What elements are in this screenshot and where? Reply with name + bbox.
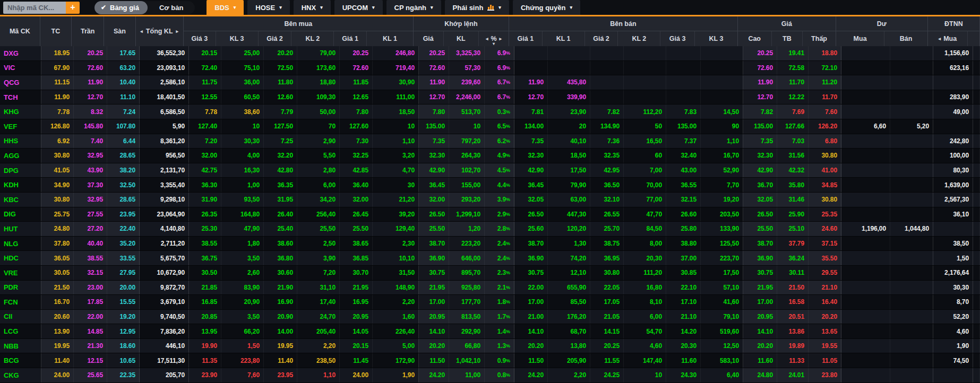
table-row[interactable]: DXG18.9520.2517.6536,552,3020.1525,0020.… xyxy=(0,46,980,61)
cell-mua-gia3: 7.78 xyxy=(189,105,221,119)
table-row[interactable]: KBC30.8032.9528.659,298,1031.9093,5031.9… xyxy=(0,193,980,207)
table-row[interactable]: FCN16.7017.8515.553,679,1016.8520,9016.9… xyxy=(0,295,980,310)
table-row[interactable]: HHS6.927.406.448,361,207.2030,307.252,90… xyxy=(0,134,980,149)
column-header-ban-kl2[interactable]: KL 2 xyxy=(618,31,660,46)
tab-label: Chứng quyền xyxy=(521,4,566,12)
column-header-ban-kl3[interactable]: KL 3 xyxy=(695,31,737,46)
table-row[interactable]: VRE30.0532.1527.9510,672,9030.502,6030.6… xyxy=(0,266,980,281)
symbol-cell[interactable]: TCH xyxy=(0,90,41,105)
cell-tc: 24.80 xyxy=(41,222,74,236)
tab-hnx[interactable]: HNX▾ xyxy=(294,0,331,15)
column-header-tong-kl[interactable]: ◂Tổng KL▸ xyxy=(136,16,184,46)
table-row[interactable]: VEF126.80145.80107.805,90127.4010127.507… xyxy=(0,119,980,134)
table-row[interactable]: PDR21.5023.0020.009,872,7021.8583,9021.9… xyxy=(0,281,980,295)
symbol-cell[interactable]: DXG xyxy=(0,46,41,60)
symbol-cell[interactable]: VIC xyxy=(0,61,41,75)
column-header-gia-thap[interactable]: Thấp xyxy=(803,31,836,46)
symbol-cell[interactable]: VRE xyxy=(0,266,41,280)
column-header-mua-gia1[interactable]: Giá 1 xyxy=(334,31,367,46)
table-row[interactable]: BCG11.4012.1510.6517,511,3011.35223,8011… xyxy=(0,353,980,368)
column-header-tc[interactable]: TC xyxy=(40,16,72,46)
column-header-ban-gia3[interactable]: Giá 3 xyxy=(660,31,695,46)
table-row[interactable]: QCG11.1511.9010.402,586,1011.7536,0011.8… xyxy=(0,75,980,90)
symbol-cell[interactable]: PDR xyxy=(0,281,41,295)
column-header-ban-kl1[interactable]: KL 1 xyxy=(543,31,585,46)
table-row[interactable]: NBB19.9521.3018.60446,1019.901,5019.952,… xyxy=(0,339,980,354)
add-symbol-button[interactable]: + xyxy=(66,2,80,14)
symbol-cell[interactable]: HDC xyxy=(0,251,41,265)
table-row[interactable]: CKG24.0025.6522.35205,7023.907,6023.951,… xyxy=(0,368,980,383)
symbol-cell[interactable]: LCG xyxy=(0,324,41,338)
symbol-cell[interactable]: CKG xyxy=(0,368,41,382)
table-row[interactable]: HUT24.8027.2022.404,140,8025.3047,9025.4… xyxy=(0,222,980,237)
column-header-gia-cao[interactable]: Cao xyxy=(738,31,772,46)
cell-ban-kl1: 63,00 xyxy=(548,193,590,207)
col-next-icon[interactable]: ▸ xyxy=(176,29,179,34)
table-row[interactable]: DIG25.7527.5523.9523,064,9026.35164,8026… xyxy=(0,207,980,222)
table-row[interactable]: HDC36.0538.5533.555,675,7036.753,5036.80… xyxy=(0,251,980,266)
table-row[interactable]: AGG30.8032.9528.65956,5032.004,0032.205,… xyxy=(0,149,980,163)
tab-phái-sinh[interactable]: Phái sinh▾ xyxy=(445,0,509,15)
column-header-mua-kl3[interactable]: KL 3 xyxy=(216,31,259,46)
column-header-khop-kl[interactable]: KL xyxy=(444,31,479,46)
column-header-du-mua[interactable]: Mua xyxy=(836,31,884,46)
symbol-cell[interactable]: NLG xyxy=(0,237,41,251)
symbol-cell[interactable]: HUT xyxy=(0,222,41,236)
symbol-cell[interactable]: AGG xyxy=(0,149,41,163)
tab-co-ban[interactable]: Cơ bản xyxy=(148,4,195,12)
symbol-cell[interactable]: KHG xyxy=(0,105,41,119)
column-header-tran[interactable]: Trần xyxy=(72,16,104,46)
tab-bang-gia[interactable]: ✔ Bảng giá xyxy=(94,1,148,14)
symbol-cell[interactable]: KBC xyxy=(0,193,41,207)
table-row[interactable]: TCH11.9012.7011.1018,401,5012.5560,5012.… xyxy=(0,90,980,105)
symbol-cell[interactable]: HHS xyxy=(0,134,41,149)
table-row[interactable]: KDH34.9037.3032.503,355,4036.301,0036.35… xyxy=(0,178,980,193)
column-header-dtnn-ban-cut[interactable] xyxy=(968,31,975,46)
cell-ban-gia3: 20.30 xyxy=(666,339,701,353)
col-prev-icon[interactable]: ◂ xyxy=(140,29,143,34)
cell-mua-kl2: 3,90 xyxy=(297,251,340,265)
symbol-cell[interactable]: VEF xyxy=(0,119,41,134)
symbol-cell[interactable]: DIG xyxy=(0,207,41,222)
column-header-khop-pct[interactable]: ◂%▸▾ xyxy=(479,31,509,46)
table-row[interactable]: VIC67.9072.6063.2023,093,1072.4075,1072.… xyxy=(0,61,980,76)
symbol-cell[interactable]: KDH xyxy=(0,178,41,192)
column-header-khop-gia[interactable]: Giá xyxy=(414,31,444,46)
tab-hose[interactable]: HOSE▾ xyxy=(247,0,289,15)
cell-mua-kl2: 7,20 xyxy=(297,266,340,280)
symbol-cell[interactable]: BCG xyxy=(0,353,41,368)
tab-bds[interactable]: BDS▾ xyxy=(207,0,244,15)
cell-dtnn-ban-cut xyxy=(973,193,980,207)
tab-chứng-quyền[interactable]: Chứng quyền▾ xyxy=(513,0,580,15)
column-header-mua-kl2[interactable]: KL 2 xyxy=(291,31,334,46)
symbol-cell[interactable]: DPG xyxy=(0,163,41,178)
column-header-ban-gia2[interactable]: Giá 2 xyxy=(585,31,618,46)
column-header-mua-kl1[interactable]: KL 1 xyxy=(367,31,413,46)
col-prev-icon[interactable]: ◂ xyxy=(486,36,488,41)
symbol-cell[interactable]: NBB xyxy=(0,339,41,353)
table-row[interactable]: DPG41.0543.9038.202,131,7042.7516,3042.8… xyxy=(0,163,980,178)
search-input[interactable] xyxy=(3,2,66,14)
symbol-cell[interactable]: FCN xyxy=(0,295,41,309)
table-row[interactable]: KHG7.788.327.246,586,507.7838,607.7950,0… xyxy=(0,105,980,119)
column-header-mua-gia2[interactable]: Giá 2 xyxy=(259,31,292,46)
table-row[interactable]: LCG13.9014.8512.957,836,2013.9566,2014.0… xyxy=(0,324,980,339)
column-header-mua-gia3[interactable]: Giá 3 xyxy=(184,31,216,46)
symbol-cell[interactable]: CII xyxy=(0,310,41,324)
column-header-dtnn-mua[interactable]: ◂Mua xyxy=(928,31,968,46)
cell-mua-kl1: 226,40 xyxy=(373,324,419,338)
cell-ban-gia2: 7.36 xyxy=(590,134,624,149)
tab-upcom[interactable]: UPCOM▾ xyxy=(334,0,383,15)
col-next-icon[interactable]: ▸ xyxy=(500,36,502,41)
symbol-cell[interactable]: QCG xyxy=(0,75,41,90)
column-header-du-ban[interactable]: Bán xyxy=(884,31,927,46)
tab-cp-ngành[interactable]: CP ngành▾ xyxy=(386,0,441,15)
table-row[interactable]: NLG37.8040.4035.202,711,2038.551,8038.60… xyxy=(0,237,980,251)
cell-du-mua xyxy=(841,90,890,105)
column-header-san[interactable]: Sàn xyxy=(104,16,135,46)
column-header-gia-tb[interactable]: TB xyxy=(772,31,803,46)
column-header-symbol[interactable]: Mã CK xyxy=(0,16,40,46)
table-row[interactable]: CII20.6022.0019.209,740,5020.853,5020.90… xyxy=(0,310,980,325)
col-prev-icon[interactable]: ◂ xyxy=(939,36,941,41)
column-header-ban-gia1[interactable]: Giá 1 xyxy=(509,31,543,46)
